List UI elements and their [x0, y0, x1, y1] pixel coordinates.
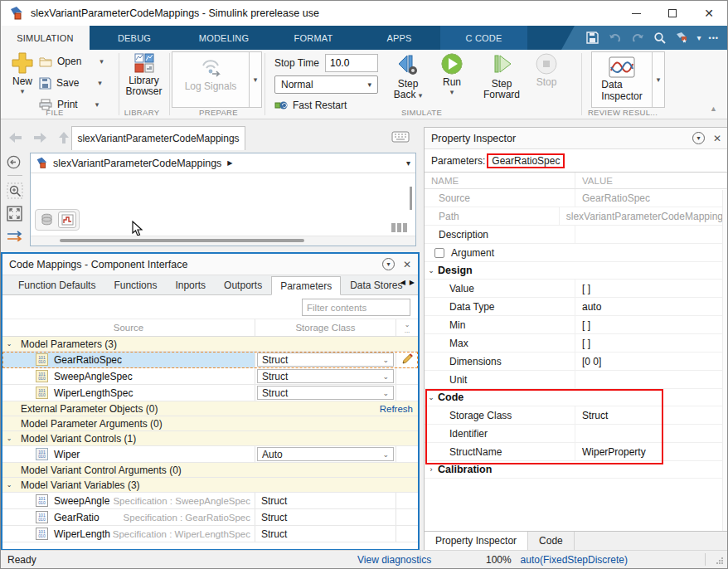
close-button[interactable]: ✕ — [691, 1, 727, 26]
library-browser-button[interactable]: Library Browser — [121, 52, 167, 97]
parameter-row[interactable]: 101 010WiperLengthSpecification : WiperL… — [2, 526, 418, 542]
fast-restart-toggle[interactable]: Fast Restart — [274, 97, 347, 114]
zoom-icon[interactable] — [7, 182, 23, 199]
property-value[interactable]: [0 0] — [575, 353, 728, 370]
tab-c-code[interactable]: C CODE — [440, 26, 527, 50]
close-inspector-icon[interactable]: ✕ — [713, 133, 721, 144]
property-value[interactable] — [575, 425, 728, 442]
more-columns-icon[interactable]: ⌄... — [396, 319, 418, 336]
print-dropdown-icon[interactable]: ▾ — [95, 100, 99, 109]
storage-class-cell[interactable]: Struct⌄ — [255, 352, 396, 367]
property-value[interactable]: [ ] — [575, 334, 728, 352]
property-row[interactable]: Storage ClassStruct — [425, 406, 728, 425]
back-icon[interactable] — [7, 129, 23, 145]
tab-scroll-right-icon[interactable]: ▶ — [410, 279, 415, 286]
parameter-row[interactable]: 101 010GearRatioSpecification : GearRati… — [2, 509, 418, 526]
property-value[interactable]: Struct — [575, 406, 728, 424]
storage-class-cell[interactable]: Struct⌄ — [255, 368, 396, 384]
source-cell[interactable]: 101 010WiperLengthSpecification : WiperL… — [2, 526, 255, 542]
source-cell[interactable]: 101 010WiperLengthSpec — [2, 385, 255, 401]
property-row[interactable]: Max[ ] — [425, 334, 728, 353]
window-resize-grip[interactable] — [715, 551, 724, 569]
step-back-button[interactable]: StepBack ▾ — [389, 52, 427, 101]
source-column-header[interactable]: Source — [2, 319, 255, 336]
parameter-row[interactable]: 101 010SweepAngleSpecification : SweepAn… — [2, 493, 418, 509]
parameter-row[interactable]: 101 010WiperLengthSpecStruct⌄ — [2, 385, 418, 401]
source-cell[interactable]: 101 010SweepAngleSpecification : SweepAn… — [2, 493, 255, 508]
up-icon[interactable] — [56, 129, 71, 145]
minimize-inspector-icon[interactable]: ▾ — [692, 132, 705, 144]
property-row[interactable]: SourceGearRatioSpec — [425, 189, 728, 207]
chevron-down-icon[interactable]: ⌄ — [425, 393, 438, 401]
view-diagnostics-link[interactable]: View diagnostics — [357, 551, 431, 569]
chevron-down-icon[interactable]: ⌄ — [425, 266, 438, 275]
log-signals-button[interactable]: Log Signals — [172, 51, 250, 108]
canvas-resize-grip[interactable] — [391, 223, 407, 232]
open-button[interactable]: Open ▾ — [39, 53, 104, 70]
run-button[interactable]: Run ▾ — [435, 52, 468, 96]
section-header[interactable]: ›Calibration — [425, 461, 728, 479]
tab-modeling[interactable]: MODELING — [179, 26, 269, 50]
storage-class-cell[interactable]: Struct — [255, 509, 396, 525]
group-row[interactable]: Model Parameter Arguments (0) — [2, 416, 418, 431]
zoom-level[interactable]: 100% — [486, 551, 512, 569]
group-row[interactable]: Model Variant Control Arguments (0) — [2, 463, 418, 478]
code-perspective-icon[interactable] — [58, 212, 76, 228]
tab-function-defaults[interactable]: Function Defaults — [9, 276, 104, 294]
storage-class-cell[interactable]: Struct — [255, 526, 396, 542]
section-header[interactable]: ⌄Design — [425, 262, 728, 280]
storage-class-dropdown[interactable]: Struct⌄ — [257, 369, 394, 383]
tab-debug[interactable]: DEBUG — [90, 26, 179, 50]
close-panel-icon[interactable]: ✕ — [403, 259, 411, 270]
tab-format[interactable]: FORMAT — [269, 26, 358, 50]
breadcrumb[interactable]: slexVariantParameterCodeMappings ▶ ▾ — [31, 153, 415, 173]
source-cell[interactable]: 101 010SweepAngleSpec — [2, 368, 255, 384]
favorites-model-icon[interactable] — [675, 31, 690, 46]
property-value[interactable] — [575, 226, 728, 243]
edit-pencil-icon[interactable] — [401, 353, 414, 367]
update-diagram-icon[interactable] — [7, 231, 25, 241]
group-collapse-icon[interactable]: ⌄ — [2, 435, 16, 442]
model-canvas[interactable] — [31, 173, 415, 246]
bottom-tab-code[interactable]: Code — [528, 532, 575, 550]
tab-scroll-left-icon[interactable]: ◀ — [400, 279, 405, 286]
run-dropdown-icon[interactable]: ▾ — [450, 88, 454, 96]
property-value[interactable]: WiperProperty — [575, 443, 728, 460]
new-dropdown-icon[interactable]: ▾ — [21, 87, 25, 95]
argument-checkbox[interactable] — [434, 248, 444, 258]
property-row[interactable]: Description — [425, 226, 728, 244]
filter-contents-input[interactable] — [302, 299, 410, 316]
storage-class-dropdown[interactable]: Struct⌄ — [257, 353, 394, 367]
undo-icon[interactable] — [608, 31, 623, 46]
review-dropdown-icon[interactable]: ▾ — [653, 51, 665, 108]
parameter-row[interactable]: 101 010SweepAngleSpecStruct⌄ — [2, 368, 418, 385]
property-row[interactable]: Value[ ] — [425, 280, 728, 298]
property-row[interactable]: PathslexVariantParameterCodeMappings — [425, 207, 728, 226]
bottom-tab-property-inspector[interactable]: Property Inspector — [425, 532, 528, 550]
inspector-scrollbar[interactable] — [722, 190, 728, 531]
section-header[interactable]: ⌄Code — [425, 389, 728, 406]
step-forward-button[interactable]: StepForward — [480, 52, 523, 100]
stop-button[interactable]: Stop — [530, 52, 563, 88]
tab-parameters[interactable]: Parameters — [271, 276, 341, 295]
property-value[interactable]: auto — [575, 298, 728, 315]
group-row[interactable]: ⌄Model Variant Variables (3) — [2, 478, 418, 493]
solver-status[interactable]: auto(FixedStepDiscrete) — [521, 551, 628, 569]
property-value[interactable]: [ ] — [575, 280, 728, 297]
source-cell[interactable]: 101 010GearRatioSpec — [2, 352, 255, 367]
property-value[interactable]: [ ] — [575, 316, 728, 333]
breadcrumb-model-name[interactable]: slexVariantParameterCodeMappings — [53, 158, 221, 169]
save-dropdown-icon[interactable]: ▾ — [98, 79, 102, 87]
quick-access-more-icon[interactable]: ••• — [709, 34, 719, 42]
hide-browser-icon[interactable] — [7, 155, 21, 169]
save-button[interactable]: Save ▾ — [39, 75, 102, 91]
keyboard-shortcuts-icon[interactable] — [391, 130, 410, 146]
collapse-ribbon-icon[interactable]: ▲ — [710, 105, 717, 113]
data-inspector-button[interactable]: DataInspector — [591, 51, 653, 108]
group-row[interactable]: ⌄Model Variant Controls (1) — [2, 431, 418, 446]
storage-class-cell[interactable]: Struct — [255, 493, 396, 508]
fit-to-view-icon[interactable] — [7, 206, 22, 221]
property-row[interactable]: StructNameWiperProperty — [425, 443, 728, 461]
quick-access-dropdown-icon[interactable]: ▾ — [697, 33, 701, 42]
group-row[interactable]: ⌄Model Parameters (3) — [2, 337, 418, 352]
